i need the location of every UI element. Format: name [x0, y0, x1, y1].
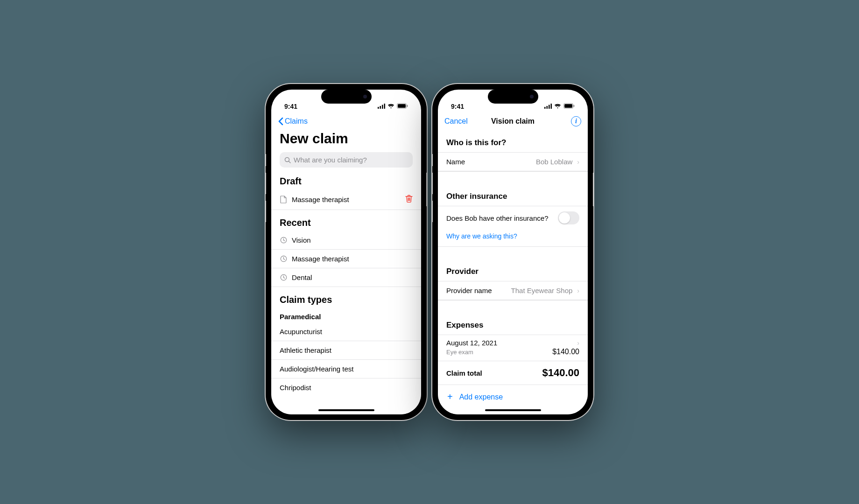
expense-row[interactable]: August 12, 2021 › Eye exam $140.00 [438, 335, 588, 361]
document-icon [280, 196, 287, 203]
expense-amount: $140.00 [552, 348, 579, 356]
claim-type-label: Athletic therapist [280, 346, 413, 354]
search-icon [284, 157, 291, 163]
home-indicator[interactable] [485, 409, 541, 411]
chevron-left-icon [278, 117, 283, 126]
svg-rect-13 [547, 106, 548, 109]
status-time: 9:41 [451, 103, 464, 110]
draft-item-label: Massage therapist [292, 196, 401, 203]
expenses-header: Expenses [438, 312, 588, 335]
trash-icon [405, 195, 413, 203]
name-value: Bob Loblaw [536, 158, 572, 166]
wifi-icon [554, 103, 561, 110]
cancel-button[interactable]: Cancel [444, 117, 468, 126]
home-indicator[interactable] [318, 409, 374, 411]
svg-rect-15 [551, 104, 552, 109]
dynamic-island [321, 90, 372, 104]
claim-total-value: $140.00 [542, 367, 579, 379]
wifi-icon [387, 103, 394, 110]
svg-rect-0 [378, 107, 379, 109]
recent-header: Recent [271, 210, 421, 231]
svg-rect-6 [407, 105, 408, 107]
delete-button[interactable] [405, 195, 413, 204]
svg-rect-12 [544, 107, 546, 109]
svg-rect-18 [574, 105, 575, 107]
add-expense-button[interactable]: + Add expense [438, 385, 588, 409]
claim-type-row[interactable]: Athletic therapist [271, 341, 421, 360]
claim-type-row[interactable]: Chripodist [271, 378, 421, 397]
svg-line-8 [289, 161, 291, 163]
back-label: Claims [285, 117, 308, 126]
other-insurance-question: Does Bob have other insurance? [446, 214, 553, 222]
provider-header: Provider [438, 259, 588, 281]
svg-rect-3 [384, 104, 386, 109]
claim-type-row[interactable]: Audiologist/Hearing test [271, 360, 421, 378]
phone-left: 9:41 Claims New claim What are you claim… [266, 84, 427, 420]
svg-rect-2 [382, 105, 383, 109]
history-icon [280, 237, 287, 244]
name-label: Name [446, 158, 531, 166]
paramedical-subheader: Paramedical [271, 308, 421, 322]
page-title: New claim [271, 130, 421, 150]
recent-row[interactable]: Massage therapist [271, 250, 421, 268]
cellular-icon [544, 103, 552, 110]
claim-total-label: Claim total [446, 369, 482, 377]
svg-rect-14 [549, 105, 550, 109]
other-insurance-header: Other insurance [438, 183, 588, 206]
status-time: 9:41 [284, 103, 297, 110]
draft-row[interactable]: Massage therapist [271, 189, 421, 210]
history-icon [280, 274, 287, 281]
nav-title: Vision claim [491, 117, 535, 126]
recent-row[interactable]: Vision [271, 231, 421, 250]
svg-rect-5 [398, 104, 406, 108]
svg-rect-17 [564, 104, 572, 108]
other-insurance-row: Does Bob have other insurance? [438, 206, 588, 230]
battery-icon [397, 103, 408, 110]
chevron-right-icon: › [577, 339, 579, 347]
expense-date: August 12, 2021 [446, 339, 497, 347]
svg-rect-1 [380, 106, 381, 109]
provider-row[interactable]: Provider name That Eyewear Shop › [438, 281, 588, 300]
name-row[interactable]: Name Bob Loblaw › [438, 152, 588, 171]
why-asking-link[interactable]: Why are we asking this? [438, 230, 588, 246]
recent-row[interactable]: Dental [271, 268, 421, 287]
chevron-right-icon: › [577, 287, 579, 294]
recent-item-label: Massage therapist [292, 255, 413, 263]
chevron-right-icon: › [577, 158, 579, 166]
claim-total-row: Claim total $140.00 [438, 361, 588, 385]
claim-type-row[interactable]: Acupuncturist [271, 322, 421, 341]
recent-item-label: Dental [292, 273, 413, 281]
info-button[interactable]: i [571, 116, 581, 126]
search-placeholder: What are you claiming? [294, 156, 367, 164]
search-input[interactable]: What are you claiming? [280, 152, 413, 168]
provider-value: That Eyewear Shop [511, 287, 573, 294]
draft-header: Draft [271, 172, 421, 189]
claim-type-label: Acupuncturist [280, 328, 413, 336]
add-expense-label: Add expense [459, 393, 503, 401]
claim-types-header: Claim types [271, 287, 421, 308]
plus-icon: + [447, 392, 453, 402]
back-button[interactable]: Claims [278, 117, 308, 126]
phone-right: 9:41 Cancel Vision claim i Who is this f… [432, 84, 593, 420]
battery-icon [563, 103, 575, 110]
history-icon [280, 255, 287, 263]
other-insurance-toggle[interactable] [558, 211, 579, 224]
dynamic-island [488, 90, 538, 104]
claim-type-label: Audiologist/Hearing test [280, 365, 413, 373]
claim-type-label: Chripodist [280, 384, 413, 392]
who-header: Who is this for? [438, 130, 588, 152]
provider-label: Provider name [446, 287, 507, 294]
recent-item-label: Vision [292, 236, 413, 244]
expense-item: Eye exam [446, 349, 473, 356]
cellular-icon [378, 103, 385, 110]
